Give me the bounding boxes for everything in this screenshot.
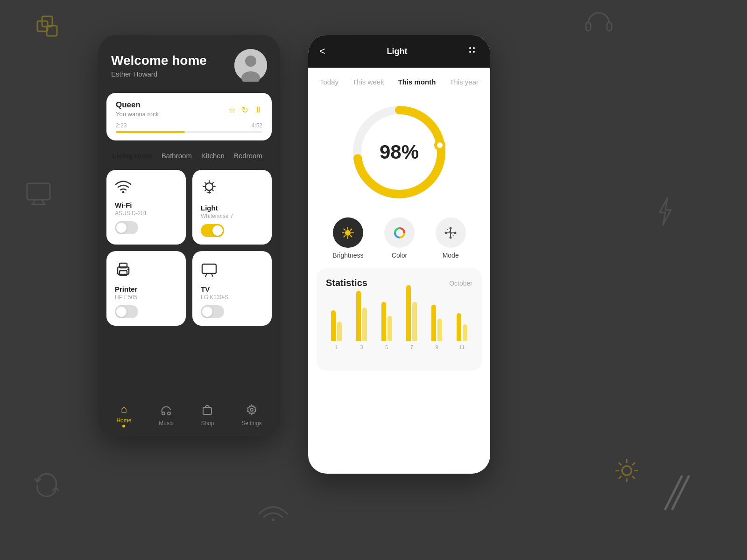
svg-point-20 bbox=[272, 518, 275, 521]
user-name: Esther Howard bbox=[111, 70, 207, 78]
svg-point-24 bbox=[122, 191, 125, 194]
svg-point-46 bbox=[469, 51, 471, 53]
bar-group: 3 bbox=[351, 285, 373, 350]
more-button[interactable] bbox=[469, 47, 479, 56]
color-label: Color bbox=[392, 252, 407, 259]
svg-line-14 bbox=[619, 462, 621, 465]
decor-icon-wifi-wave bbox=[257, 497, 289, 523]
bar-pair bbox=[356, 285, 367, 341]
music-title: Queen bbox=[116, 100, 159, 110]
room-tab-bedroom[interactable]: Bedroom bbox=[229, 150, 267, 161]
svg-line-31 bbox=[212, 182, 213, 184]
svg-line-16 bbox=[632, 462, 635, 465]
printer-sub: HP E505 bbox=[115, 294, 177, 301]
phone-header: Welcome home Esther Howard bbox=[98, 35, 280, 93]
tv-icon bbox=[201, 260, 263, 280]
nav-music[interactable]: Music bbox=[159, 404, 173, 427]
mode-btn[interactable]: Mode bbox=[436, 217, 466, 259]
device-card-light: Light Whitenoise 7 bbox=[192, 170, 272, 245]
wifi-icon bbox=[115, 179, 177, 196]
decor-icon-boxes bbox=[35, 14, 63, 44]
room-tabs: Living room Bathroom Kitchen Bedroom bbox=[98, 140, 280, 166]
bar-label: 7 bbox=[410, 344, 413, 350]
svg-line-59 bbox=[351, 229, 352, 230]
bar-group: 1 bbox=[326, 285, 347, 350]
home-label: Home bbox=[116, 417, 131, 424]
music-label: Music bbox=[159, 420, 173, 427]
bar-label: 9 bbox=[435, 344, 438, 350]
brightness-btn[interactable]: Brightness bbox=[332, 217, 363, 259]
device-card-wifi: Wi-Fi ASUS D-201 bbox=[106, 170, 186, 245]
left-phone: Welcome home Esther Howard Queen You wan… bbox=[98, 35, 280, 436]
bar-secondary bbox=[437, 319, 442, 341]
svg-line-58 bbox=[351, 235, 352, 237]
favorite-icon[interactable]: ☆ bbox=[228, 105, 236, 115]
svg-point-68 bbox=[445, 231, 447, 234]
shop-label: Shop bbox=[201, 420, 214, 427]
light-toggle[interactable] bbox=[201, 224, 224, 237]
bar-pair bbox=[331, 285, 342, 341]
gauge-container: 98% bbox=[308, 96, 490, 213]
room-tab-kitchen[interactable]: Kitchen bbox=[197, 150, 229, 161]
svg-point-44 bbox=[469, 47, 471, 49]
wifi-toggle[interactable] bbox=[115, 221, 138, 234]
device-grid: Wi-Fi ASUS D-201 Light bbox=[98, 166, 280, 329]
decor-icon-headphones bbox=[584, 7, 614, 37]
tab-year[interactable]: This year bbox=[446, 76, 482, 88]
bar-secondary bbox=[412, 302, 417, 341]
brightness-label: Brightness bbox=[332, 252, 363, 259]
svg-line-32 bbox=[205, 189, 206, 191]
decor-icon-refresh bbox=[33, 472, 61, 499]
stats-header: Statistics October bbox=[326, 278, 472, 288]
right-phone-title: Light bbox=[387, 47, 407, 56]
welcome-text: Welcome home Esther Howard bbox=[111, 53, 207, 78]
device-card-tv: TV LG K230-S bbox=[192, 251, 272, 326]
bar-pair bbox=[431, 285, 442, 341]
room-tab-bathroom[interactable]: Bathroom bbox=[157, 150, 197, 161]
svg-line-60 bbox=[344, 235, 345, 237]
svg-line-57 bbox=[344, 229, 345, 230]
right-header: < Light bbox=[308, 35, 490, 68]
bar-label: 3 bbox=[360, 344, 363, 350]
decor-icon-slash bbox=[663, 474, 691, 513]
music-subtitle: You wanna rock bbox=[116, 111, 159, 118]
svg-point-66 bbox=[454, 231, 457, 234]
nav-shop[interactable]: Shop bbox=[201, 404, 214, 427]
tab-month[interactable]: This month bbox=[394, 76, 439, 88]
bottom-nav: ⌂ Home Music Shop bbox=[98, 394, 280, 436]
back-button[interactable]: < bbox=[319, 45, 325, 57]
tab-today[interactable]: Today bbox=[316, 76, 342, 88]
bar-label: 5 bbox=[385, 344, 388, 350]
pause-icon[interactable]: ⏸ bbox=[254, 105, 262, 115]
home-icon: ⌂ bbox=[121, 403, 127, 415]
light-sub: Whitenoise 7 bbox=[201, 213, 263, 219]
gauge-percent: 98% bbox=[380, 141, 419, 163]
bar-primary bbox=[381, 302, 386, 341]
device-card-printer: Printer HP E505 bbox=[106, 251, 186, 326]
music-progress: 2:23 4:52 bbox=[116, 122, 262, 133]
progress-track[interactable] bbox=[116, 131, 262, 133]
wifi-sub: ASUS D-201 bbox=[115, 210, 177, 217]
bar-secondary bbox=[388, 316, 392, 341]
tab-week[interactable]: This week bbox=[349, 76, 388, 88]
svg-point-65 bbox=[450, 227, 452, 229]
printer-toggle[interactable] bbox=[115, 305, 138, 318]
mode-label: Mode bbox=[443, 252, 459, 259]
svg-rect-3 bbox=[27, 183, 50, 200]
music-nav-icon bbox=[161, 404, 172, 418]
period-tabs: Today This week This month This year bbox=[308, 68, 490, 96]
bar-group: 11 bbox=[451, 285, 472, 350]
avatar bbox=[234, 49, 267, 82]
color-btn[interactable]: Color bbox=[384, 217, 415, 259]
svg-line-17 bbox=[619, 476, 621, 479]
nav-home[interactable]: ⌂ Home bbox=[116, 403, 131, 427]
svg-rect-42 bbox=[203, 407, 211, 414]
progress-fill bbox=[116, 131, 185, 133]
svg-point-22 bbox=[245, 56, 256, 67]
tv-toggle[interactable] bbox=[201, 305, 224, 318]
light-name: Light bbox=[201, 204, 263, 212]
nav-settings[interactable]: Settings bbox=[241, 404, 261, 427]
room-tab-living[interactable]: Living room bbox=[107, 150, 157, 161]
brightness-circle bbox=[333, 217, 363, 248]
repeat-icon[interactable]: ↻ bbox=[241, 105, 248, 115]
